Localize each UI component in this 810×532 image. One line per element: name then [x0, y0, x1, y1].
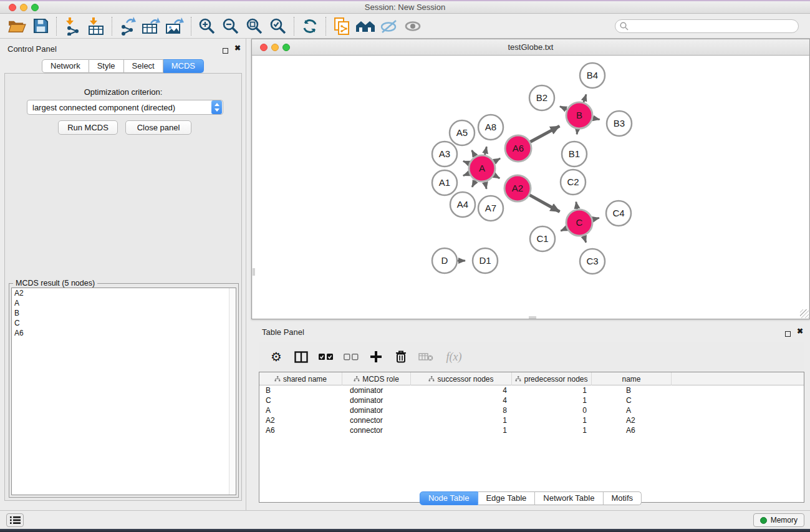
delete-column-button[interactable]	[390, 346, 412, 368]
table-cell[interactable]: 1	[512, 415, 592, 425]
table-row[interactable]: A6connector11A6	[259, 425, 804, 435]
zoom-in-button[interactable]	[195, 16, 219, 37]
select-all-columns-button[interactable]	[315, 346, 337, 368]
duplicate-network-button[interactable]	[330, 16, 354, 37]
table-cell[interactable]: connector	[342, 415, 411, 425]
table-cell[interactable]: B	[259, 385, 342, 395]
tab-network-table[interactable]: Network Table	[535, 491, 603, 505]
table-cell[interactable]: B	[592, 385, 672, 395]
search-input[interactable]	[615, 19, 799, 33]
node-A5[interactable]: A5	[450, 120, 475, 145]
mcds-result-list[interactable]: A2ABCA6	[11, 288, 236, 495]
table-cell[interactable]: dominator	[342, 395, 411, 405]
close-panel-button[interactable]: Close panel	[125, 120, 191, 135]
node-table[interactable]: shared nameMCDS rolesuccessor nodesprede…	[259, 372, 804, 503]
table-cell[interactable]: 4	[411, 385, 512, 395]
export-network-button[interactable]	[116, 16, 140, 37]
optimization-criterion-select[interactable]: largest connected component (directed)	[27, 100, 223, 115]
mcds-result-item[interactable]: A6	[12, 328, 236, 338]
zoom-out-button[interactable]	[219, 16, 243, 37]
network-canvas[interactable]: B4B2BB3A8A5A6A3B1AC2A1A2A4A7C4CC1C3DD1	[253, 56, 809, 319]
import-table-button[interactable]	[84, 16, 108, 37]
export-image-button[interactable]	[163, 16, 187, 37]
table-cell[interactable]: 1	[512, 385, 592, 395]
minimize-network-button[interactable]	[271, 44, 279, 51]
table-cell[interactable]: 1	[512, 395, 592, 405]
node-C[interactable]: C	[566, 210, 592, 236]
column-header-successor-nodes[interactable]: successor nodes	[411, 372, 512, 385]
table-row[interactable]: A2connector11A2	[259, 415, 804, 425]
tab-style[interactable]: Style	[89, 59, 124, 73]
run-mcds-button[interactable]: Run MCDS	[58, 120, 118, 135]
node-C2[interactable]: C2	[561, 170, 586, 195]
edge-A-A1[interactable]	[463, 173, 470, 176]
table-settings-button[interactable]: ⚙	[265, 346, 287, 368]
node-C1[interactable]: C1	[530, 226, 555, 251]
mcds-result-item[interactable]: C	[12, 318, 236, 328]
node-B[interactable]: B	[566, 102, 592, 128]
table-cell[interactable]: A	[592, 405, 672, 415]
edge-A-A4[interactable]	[472, 180, 476, 186]
resize-grip-icon[interactable]	[800, 309, 809, 318]
node-C3[interactable]: C3	[580, 249, 605, 274]
node-A8[interactable]: A8	[478, 115, 503, 140]
node-A3[interactable]: A3	[432, 142, 457, 167]
delete-table-button[interactable]	[415, 346, 437, 368]
table-cell[interactable]: 0	[512, 405, 592, 415]
refresh-button[interactable]	[298, 16, 322, 37]
tab-node-table[interactable]: Node Table	[420, 491, 478, 505]
edge-B-B2[interactable]	[560, 107, 567, 110]
node-D[interactable]: D	[432, 248, 457, 273]
node-D1[interactable]: D1	[473, 248, 498, 273]
zoom-fit-button[interactable]	[243, 16, 266, 37]
table-cell[interactable]: 1	[512, 425, 592, 435]
table-row[interactable]: Cdominator41C	[259, 395, 804, 405]
node-A1[interactable]: A1	[432, 170, 457, 195]
table-cell[interactable]: A	[259, 405, 342, 415]
node-A2[interactable]: A2	[504, 175, 531, 201]
edge-A-A7[interactable]	[485, 181, 486, 188]
close-window-button[interactable]	[9, 4, 16, 11]
table-row[interactable]: Bdominator41B	[259, 385, 804, 395]
table-cell[interactable]: C	[592, 395, 672, 405]
column-header-shared-name[interactable]: shared name	[259, 372, 342, 385]
table-cell[interactable]: 8	[411, 405, 512, 415]
export-table-button[interactable]	[140, 16, 163, 37]
table-row[interactable]: Adominator80A	[259, 405, 804, 415]
edge-A-A5[interactable]	[472, 150, 476, 157]
table-cell[interactable]: connector	[342, 425, 411, 435]
edge-B-B3[interactable]	[593, 118, 600, 119]
float-table-panel-icon[interactable]	[785, 328, 791, 339]
network-graph[interactable]: B4B2BB3A8A5A6A3B1AC2A1A2A4A7C4CC1C3DD1	[253, 56, 809, 319]
edge-C-C3[interactable]	[584, 236, 586, 243]
edge-C-C1[interactable]	[561, 228, 567, 231]
unselect-all-columns-button[interactable]	[340, 346, 362, 368]
edge-C-C4[interactable]	[592, 218, 599, 219]
edge-A-A3[interactable]	[463, 161, 470, 163]
node-A[interactable]: A	[469, 155, 495, 181]
edge-A6-B[interactable]	[530, 126, 559, 142]
table-cell[interactable]: A2	[592, 415, 672, 425]
table-cell[interactable]: C	[259, 395, 342, 405]
edge-A2-C[interactable]	[529, 195, 559, 212]
tab-mcds[interactable]: MCDS	[163, 59, 204, 73]
node-A7[interactable]: A7	[478, 196, 503, 221]
close-panel-icon[interactable]: ✖	[234, 45, 241, 51]
show-eye-button[interactable]	[401, 16, 425, 37]
edge-B-B4[interactable]	[584, 94, 586, 102]
hide-eye-button[interactable]	[377, 16, 401, 37]
table-cell[interactable]: A6	[259, 425, 342, 435]
table-cell[interactable]: 1	[411, 425, 512, 435]
table-cell[interactable]: dominator	[342, 405, 411, 415]
tab-network[interactable]: Network	[42, 59, 89, 73]
column-header-MCDS-role[interactable]: MCDS role	[342, 372, 411, 385]
tab-edge-table[interactable]: Edge Table	[478, 491, 535, 505]
import-network-button[interactable]	[60, 16, 84, 37]
float-panel-icon[interactable]	[223, 45, 228, 56]
home-button[interactable]	[354, 16, 377, 37]
column-header-predecessor-nodes[interactable]: predecessor nodes	[512, 372, 592, 385]
close-table-panel-icon[interactable]: ✖	[797, 328, 803, 334]
edge-B-B1[interactable]	[577, 129, 577, 134]
node-A4[interactable]: A4	[450, 192, 475, 217]
zoom-network-button[interactable]	[282, 44, 290, 51]
